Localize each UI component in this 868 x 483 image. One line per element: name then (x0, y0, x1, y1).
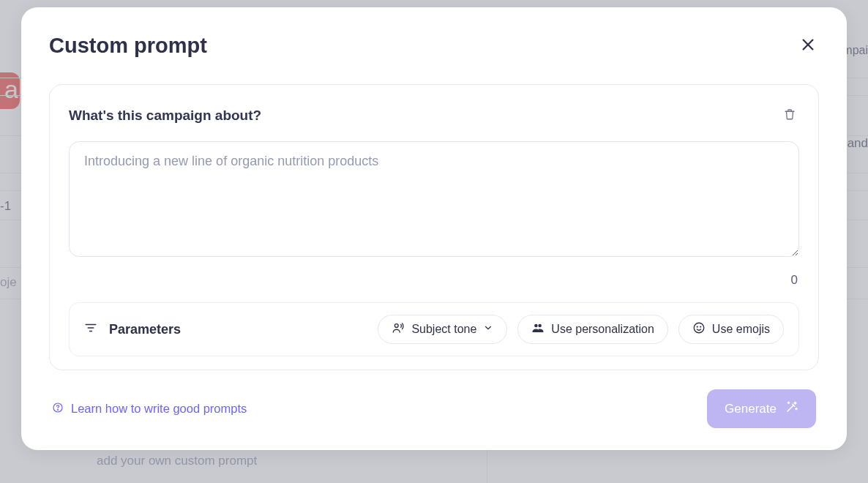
modal-header: Custom prompt (49, 34, 819, 58)
subject-tone-button[interactable]: Subject tone (378, 315, 507, 344)
people-icon (531, 321, 545, 337)
svg-point-9 (697, 326, 697, 327)
pill-label: Use emojis (712, 323, 770, 336)
svg-point-6 (534, 324, 538, 328)
svg-point-5 (395, 324, 399, 328)
svg-point-8 (694, 323, 704, 333)
svg-point-7 (539, 324, 542, 328)
chevron-down-icon (483, 323, 493, 336)
use-emojis-button[interactable]: Use emojis (678, 315, 784, 344)
campaign-prompt-input[interactable] (69, 141, 799, 257)
close-icon (800, 37, 816, 55)
smile-icon (692, 321, 706, 337)
character-counter: 0 (69, 273, 799, 288)
section-title: What's this campaign about? (69, 108, 261, 124)
use-personalization-button[interactable]: Use personalization (517, 315, 668, 344)
prompt-card: What's this campaign about? 0 (49, 84, 819, 370)
link-label: Learn how to write good prompts (71, 402, 247, 416)
modal-footer: Learn how to write good prompts Generate (49, 389, 819, 428)
person-voice-icon (392, 321, 405, 337)
custom-prompt-modal: Custom prompt What's this campaign about… (21, 7, 847, 450)
learn-prompts-link[interactable]: Learn how to write good prompts (52, 402, 247, 416)
pill-label: Subject tone (411, 323, 476, 336)
close-button[interactable] (797, 34, 819, 58)
generate-button[interactable]: Generate (707, 389, 816, 428)
modal-title: Custom prompt (49, 34, 207, 58)
parameters-icon (84, 321, 97, 337)
button-label: Generate (725, 402, 777, 416)
modal-overlay: Custom prompt What's this campaign about… (0, 0, 868, 483)
parameters-row: Parameters Subject tone (69, 302, 799, 356)
magic-wand-icon (785, 400, 798, 417)
svg-point-10 (700, 326, 701, 327)
help-icon (52, 402, 64, 416)
pill-label: Use personalization (551, 323, 654, 336)
trash-icon (783, 107, 796, 124)
parameters-label: Parameters (109, 322, 181, 337)
delete-prompt-button[interactable] (780, 104, 799, 127)
svg-point-12 (58, 409, 59, 410)
